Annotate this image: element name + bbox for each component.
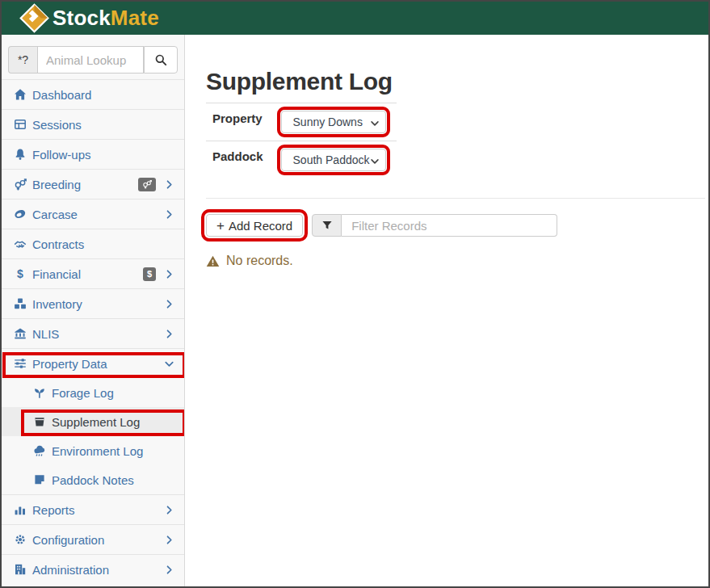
paddock-select[interactable]: South Paddock <box>281 149 386 171</box>
brand-text: StockMate <box>53 6 159 31</box>
venus-mars-icon <box>13 178 27 191</box>
chevron-down-icon <box>164 359 174 369</box>
property-select[interactable]: Sunny Downs <box>281 111 386 133</box>
filter-icon <box>321 220 333 231</box>
paddock-label: Paddock <box>206 141 270 179</box>
filter-records-group <box>312 214 557 237</box>
brand[interactable]: StockMate <box>19 3 159 33</box>
sidebar-item-breeding[interactable]: Breeding <box>2 169 184 199</box>
dollar-badge: $ <box>143 267 156 281</box>
sidebar-item-supplement-log[interactable]: Supplement Log <box>2 407 184 436</box>
section-divider <box>206 198 705 199</box>
chevron-right-icon <box>164 179 174 190</box>
sidebar-item-sessions[interactable]: Sessions <box>2 109 184 139</box>
sliders-icon <box>13 357 27 371</box>
add-record-button[interactable]: + Add Record <box>206 214 303 237</box>
sidebar-item-forage-log[interactable]: Forage Log <box>2 378 184 407</box>
filter-table: Property Sunny Downs Paddock South Paddo… <box>206 103 397 178</box>
property-label: Property <box>206 103 270 141</box>
paddock-row: Paddock South Paddock <box>206 141 397 179</box>
sidebar-item-label: Dashboard <box>32 88 91 102</box>
home-icon <box>13 88 27 102</box>
sidebar-item-label: Carcase <box>32 208 78 221</box>
search-button[interactable] <box>144 46 178 74</box>
sidebar-item-administration[interactable]: Administration <box>2 554 184 584</box>
sidebar-item-label: NLIS <box>32 327 59 341</box>
property-row: Property Sunny Downs <box>206 103 397 141</box>
bucket-icon <box>32 415 46 429</box>
stockmate-logo-icon <box>19 3 49 33</box>
venus-mars-badge <box>138 178 156 191</box>
sidebar-item-label: Financial <box>32 267 81 281</box>
sidebar-nav: DashboardSessionsFollow-upsBreedingCarca… <box>2 79 184 584</box>
add-record-label: Add Record <box>229 219 292 233</box>
sidebar-item-label: Configuration <box>32 533 104 547</box>
meat-icon <box>13 208 27 221</box>
brand-mate: Mate <box>111 6 159 30</box>
sidebar-item-nlis[interactable]: NLIS <box>2 318 184 348</box>
app-header: StockMate <box>2 2 708 35</box>
brand-stock: Stock <box>53 6 111 30</box>
bar-chart-icon <box>13 503 27 517</box>
filter-button[interactable] <box>312 214 342 237</box>
plus-icon: + <box>216 219 225 233</box>
building-icon <box>13 563 27 577</box>
empty-state: No records. <box>206 254 705 268</box>
sidebar-item-label: Inventory <box>32 297 82 311</box>
chevron-right-icon <box>164 535 174 545</box>
sidebar-item-paddock-notes[interactable]: Paddock Notes <box>2 465 184 494</box>
app-window: { "header": { "brand_stock": "Stock", "b… <box>0 0 710 588</box>
sidebar-item-label: Supplement Log <box>52 415 140 429</box>
sidebar-item-label: Environment Log <box>52 444 143 458</box>
seedling-icon <box>32 386 46 400</box>
sidebar-item-carcase[interactable]: Carcase <box>2 199 184 229</box>
sidebar-item-label: Breeding <box>32 178 81 191</box>
empty-state-text: No records. <box>226 254 293 268</box>
animal-lookup-group: *? <box>8 46 178 74</box>
chevron-down-icon <box>370 156 380 166</box>
note-icon <box>32 473 46 487</box>
bell-icon <box>13 148 27 162</box>
sidebar-item-label: Follow-ups <box>32 148 91 162</box>
chevron-down-icon <box>370 118 380 128</box>
records-toolbar: + Add Record <box>206 214 705 237</box>
gear-icon <box>13 533 27 547</box>
sidebar-item-dashboard[interactable]: Dashboard <box>2 79 184 109</box>
paddock-select-value: South Paddock <box>293 153 370 166</box>
sidebar-item-configuration[interactable]: Configuration <box>2 524 184 554</box>
sidebar-item-label: Reports <box>32 503 75 517</box>
cloud-rain-icon <box>32 444 46 458</box>
sidebar-item-reports[interactable]: Reports <box>2 494 184 524</box>
filter-records-input[interactable] <box>342 214 557 237</box>
sidebar-item-label: Sessions <box>32 118 82 132</box>
sidebar-item-contracts[interactable]: Contracts <box>2 229 184 258</box>
boxes-icon <box>13 297 27 311</box>
dollar-icon: $ <box>13 267 27 281</box>
bank-icon <box>13 327 27 341</box>
animal-lookup-addon: *? <box>8 46 37 74</box>
sidebar-item-inventory[interactable]: Inventory <box>2 288 184 318</box>
handshake-icon <box>13 237 27 251</box>
animal-lookup-input[interactable] <box>37 46 144 74</box>
sidebar: *? DashboardSessionsFollow-upsBreedingCa… <box>2 35 185 586</box>
sidebar-item-financial[interactable]: $Financial$ <box>2 258 184 288</box>
sidebar-item-label: Forage Log <box>52 386 114 400</box>
warning-icon <box>206 254 220 268</box>
chevron-right-icon <box>164 269 174 279</box>
main-content: Supplement Log Property Sunny Downs Padd… <box>185 35 708 586</box>
search-icon <box>154 53 167 66</box>
sidebar-item-label: Administration <box>32 563 109 577</box>
sidebar-item-label: Property Data <box>32 357 107 371</box>
table-icon <box>13 118 27 132</box>
sidebar-item-label: Contracts <box>32 237 84 251</box>
sidebar-item-property-data[interactable]: Property Data <box>2 348 184 378</box>
chevron-right-icon <box>164 329 174 339</box>
chevron-right-icon <box>164 209 174 220</box>
page-title: Supplement Log <box>206 67 705 96</box>
sidebar-item-environment-log[interactable]: Environment Log <box>2 436 184 465</box>
svg-text:$: $ <box>17 267 23 280</box>
sidebar-item-label: Paddock Notes <box>52 473 134 487</box>
property-select-value: Sunny Downs <box>293 116 363 128</box>
sidebar-item-follow-ups[interactable]: Follow-ups <box>2 139 184 169</box>
chevron-right-icon <box>164 565 174 575</box>
